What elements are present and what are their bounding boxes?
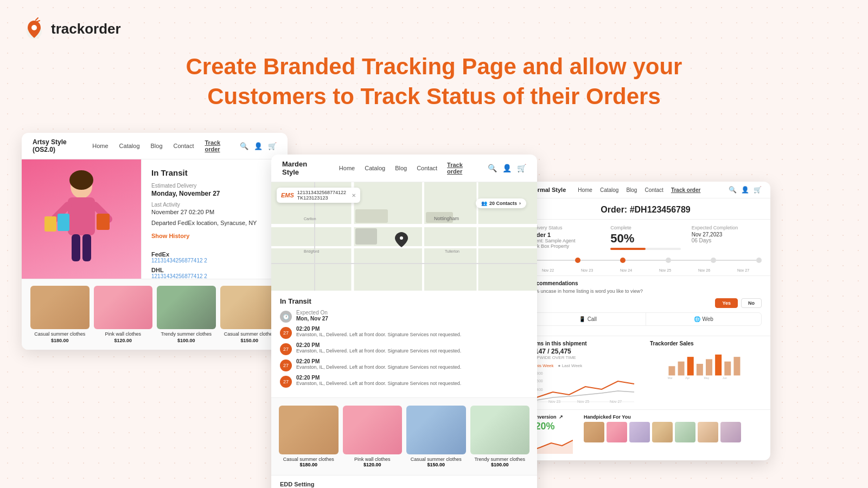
activity-label: Last Activity	[151, 202, 278, 208]
web-button[interactable]: 🌐 Web	[646, 313, 762, 325]
complete-label: Complete	[610, 225, 680, 230]
screen1-nav-contact[interactable]: Contact	[174, 143, 194, 149]
screen1-nav-blog[interactable]: Blog	[151, 143, 163, 149]
screen2-nav-catalog[interactable]: Catalog	[365, 165, 385, 171]
product-card-2[interactable]: Pink wall clothes $120.00	[94, 286, 153, 343]
delivery-label: Estimated Delivery	[151, 183, 278, 189]
transit-icon-3: 27	[280, 376, 292, 388]
svg-text:Carlton: Carlton	[304, 217, 316, 221]
handpicked-images	[584, 422, 762, 442]
product-price-4: $150.00	[220, 338, 279, 343]
screen3-nav-contact[interactable]: Contact	[644, 187, 663, 193]
rec-title: Recommendations	[529, 280, 762, 286]
screen1-nav-catalog[interactable]: Catalog	[119, 143, 140, 149]
product-card-4[interactable]: Casual summer clothes $150.00	[220, 286, 279, 343]
rec-no-button[interactable]: No	[741, 298, 762, 308]
handpicked-img-3[interactable]	[629, 422, 650, 442]
screen3-nav-track[interactable]: Track order	[671, 187, 700, 193]
product-price-1: $180.00	[30, 338, 90, 343]
handpicked-img-6[interactable]	[698, 422, 718, 442]
account-icon-s2[interactable]: 👤	[502, 164, 512, 172]
handpicked-img-2[interactable]	[607, 422, 627, 442]
svg-text:Apr: Apr	[685, 376, 690, 380]
screen1-nav-icons: 🔍 👤 🛒	[240, 142, 277, 150]
contacts-bubble[interactable]: 👥 20 Contacts ›	[476, 198, 526, 208]
cart-icon-s3[interactable]: 🛒	[754, 186, 762, 194]
search-icon-s3[interactable]: 🔍	[729, 186, 737, 194]
s2-product-1[interactable]: Casual summer clothes $180.00	[277, 403, 341, 470]
ems-logo: EMS	[281, 192, 294, 198]
edd-title: EDD Setting	[280, 481, 528, 487]
product-card-1[interactable]: Casual summer clothes $180.00	[30, 286, 90, 343]
dhl-number[interactable]: 12131434256877412 2	[151, 273, 278, 279]
handpicked-img-1[interactable]	[584, 422, 604, 442]
cart-icon[interactable]: 🛒	[268, 142, 277, 150]
s2-product-price-1: $180.00	[279, 462, 339, 467]
s2-product-image-4	[470, 406, 530, 454]
screen3-nav-home[interactable]: Home	[578, 187, 592, 193]
handpicked-img-7[interactable]	[720, 422, 741, 442]
screen2-products: Casual summer clothes $180.00 Pink wall …	[271, 397, 537, 475]
expected-completion-label: Expected Completion	[692, 225, 762, 230]
screen2-nav-track[interactable]: Track order	[447, 162, 478, 175]
sales-stats: Trackorder Sales Mar Apr May	[650, 341, 762, 405]
handpicked-img-4[interactable]	[652, 422, 673, 442]
close-icon-ems[interactable]: ✕	[352, 192, 356, 198]
transit-time-2: 02:20 PM	[296, 358, 461, 364]
s2-product-image-1	[279, 406, 339, 454]
svg-text:May: May	[704, 376, 710, 380]
progress-bar	[610, 248, 680, 250]
progress-fill	[610, 248, 646, 250]
svg-text:Nov 27: Nov 27	[610, 400, 622, 403]
fedex-number[interactable]: 12131434256877412 2	[151, 258, 278, 264]
timeline-labels: Nov 22 Nov 23 Nov 24 Nov 25 Nov 26 Nov 2…	[521, 268, 770, 275]
s2-product-3[interactable]: Casual summer clothes $150.00	[404, 403, 468, 470]
s2-product-4[interactable]: Trendy summer clothes $100.00	[468, 403, 532, 470]
product-card-3[interactable]: Trendy summer clothes $100.00	[157, 286, 216, 343]
recommendations-section: Recommendations 50% uncase in home listi…	[521, 275, 770, 336]
screen3-nav-catalog[interactable]: Catalog	[600, 187, 618, 193]
s2-product-name-4: Trendy summer clothes	[470, 457, 530, 462]
ems-sub-number: TK123123123	[297, 195, 346, 201]
cart-icon-s2[interactable]: 🛒	[517, 164, 526, 172]
rec-yes-button[interactable]: Yes	[715, 298, 738, 308]
screen2-nav-blog[interactable]: Blog	[395, 165, 407, 171]
woman-illustration	[38, 165, 125, 273]
phone-icon: 📱	[579, 316, 585, 322]
tl-dot-4	[666, 258, 671, 263]
tl-label-5: Nov 26	[685, 268, 724, 272]
s2-product-name-2: Pink wall clothes	[343, 457, 403, 462]
s2-product-2[interactable]: Pink wall clothes $120.00	[341, 403, 405, 470]
account-icon[interactable]: 👤	[254, 142, 263, 150]
account-icon-s3[interactable]: 👤	[741, 186, 749, 194]
fedex-name: FedEx	[151, 251, 278, 258]
svg-text:400: 400	[537, 388, 543, 391]
screen1-nav-home[interactable]: Home	[92, 143, 108, 149]
screen1-nav-track[interactable]: Track order	[205, 139, 229, 152]
transit-entry-3: 27 02:20 PM Evanston, IL, Delivered. Lef…	[280, 375, 528, 388]
show-history-link[interactable]: Show History	[151, 233, 189, 239]
screen3-nav-blog[interactable]: Blog	[626, 187, 637, 193]
screen3-navbar: Normal Style Home Catalog Blog Contact T…	[521, 182, 770, 198]
tl-line-3	[626, 260, 666, 261]
tl-line-1	[535, 260, 575, 261]
expected-item: 🕐 Expected On Mon, Nov 27	[280, 310, 528, 323]
expected-date: Mon, Nov 27	[296, 316, 328, 322]
avatar-group: 👥	[481, 201, 487, 206]
product-price-2: $120.00	[94, 338, 153, 343]
svg-text:Bridgford: Bridgford	[304, 249, 320, 254]
last-week-legend: ● Last Week	[558, 363, 583, 368]
svg-text:800: 800	[537, 371, 543, 375]
handpicked-img-5[interactable]	[675, 422, 695, 442]
search-icon-s2[interactable]: 🔍	[488, 164, 497, 172]
shipment-chart: 800 600 400 Nov 23 Nov 25 Nov 27	[529, 370, 641, 403]
edd-section: EDD Setting Calculate Fom Order Created …	[271, 475, 537, 488]
call-button[interactable]: 📱 Call	[530, 313, 646, 325]
dhl-name: DHL	[151, 267, 278, 273]
product-name-4: Casual summer clothes	[220, 331, 279, 337]
shipment-value: 2,147 / 25,475	[529, 348, 641, 355]
search-icon[interactable]: 🔍	[240, 142, 248, 150]
screen2-nav-home[interactable]: Home	[339, 165, 355, 171]
tl-line-4	[671, 260, 711, 261]
screen2-nav-contact[interactable]: Contact	[417, 165, 437, 171]
